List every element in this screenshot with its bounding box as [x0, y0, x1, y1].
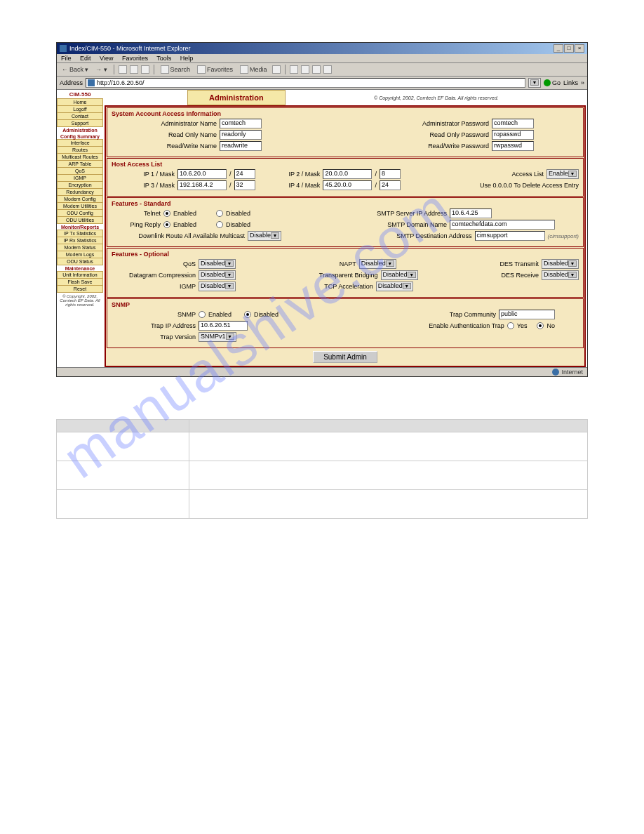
trap-comm-input[interactable]: public: [499, 310, 555, 319]
dc-label: Datagram Compression: [112, 272, 196, 279]
ro-pass-input[interactable]: ropasswd: [492, 130, 534, 140]
doc-table: [56, 419, 588, 519]
telnet-disabled-radio[interactable]: [216, 210, 223, 217]
sidebar-item-iprx[interactable]: IP Rx Statistics: [57, 237, 103, 244]
window-title: Index/CIM-550 - Microsoft Internet Explo…: [69, 45, 191, 52]
sidebar: CIM-550 Home Logoff Contact Support Admi…: [57, 90, 103, 367]
menu-help[interactable]: Help: [180, 55, 194, 62]
address-input[interactable]: http://10.6.20.50/: [86, 78, 525, 88]
ping-label: Ping Reply: [112, 221, 161, 228]
header-copyright: © Copyright, 2002, Comtech EF Data. All …: [286, 95, 587, 100]
igmp-select[interactable]: Disabled: [199, 282, 236, 291]
sidebar-item-unitinfo[interactable]: Unit Information: [57, 271, 103, 279]
sidebar-item-reset[interactable]: Reset: [57, 285, 103, 293]
links-label[interactable]: Links: [563, 79, 578, 86]
table-row: [57, 461, 588, 490]
rw-pass-input[interactable]: rwpasswd: [492, 141, 534, 151]
mask2-input[interactable]: 8: [380, 169, 401, 179]
tb-label: Transparent Bridging: [319, 272, 378, 279]
desrx-select[interactable]: Disabled: [542, 270, 579, 280]
minimize-button[interactable]: _: [554, 44, 563, 53]
telnet-enabled-radio[interactable]: [163, 210, 170, 217]
close-button[interactable]: ×: [575, 44, 584, 53]
status-zone: Internet: [561, 369, 583, 376]
downlink-label: Downlink Route All Available Multicast: [112, 232, 245, 239]
access-list-select[interactable]: Enable: [546, 169, 579, 179]
menu-view[interactable]: View: [100, 55, 113, 62]
sidebar-item-odustatus[interactable]: ODU Status: [57, 258, 103, 265]
mask4-input[interactable]: 24: [380, 180, 401, 190]
trap-comm-label: Trap Community: [450, 311, 496, 318]
ip3-label: IP 3 / Mask: [112, 182, 175, 189]
napt-select[interactable]: Disabled: [359, 259, 396, 269]
refresh-icon[interactable]: [130, 65, 138, 74]
smtp-dest-input[interactable]: cimsupport: [475, 231, 545, 241]
go-button[interactable]: Go: [544, 79, 561, 86]
favorites-button[interactable]: Favorites: [195, 65, 235, 74]
admin-pass-input[interactable]: comtech: [492, 119, 534, 128]
browser-window: Index/CIM-550 - Microsoft Internet Explo…: [56, 42, 588, 377]
submit-button[interactable]: Submit Admin: [313, 351, 377, 363]
smtp-server-label: SMTP Server IP Address: [377, 210, 447, 217]
maximize-button[interactable]: □: [564, 44, 574, 53]
optional-title: Features - Optional: [112, 251, 579, 258]
admin-name-input[interactable]: comtech: [220, 119, 262, 128]
menu-edit[interactable]: Edit: [80, 55, 91, 62]
ping-disabled-radio[interactable]: [216, 221, 223, 228]
tb-select[interactable]: Disabled: [381, 270, 418, 280]
sidebar-item-modemutil[interactable]: Modem Utilities: [57, 202, 103, 210]
history-icon[interactable]: [272, 65, 281, 74]
globe-icon: [552, 369, 559, 376]
section-optional: Features - Optional QoS Disabled NAPT Di…: [107, 248, 584, 298]
ro-name-input[interactable]: readonly: [220, 130, 262, 140]
tcp-select[interactable]: Disabled: [376, 282, 413, 291]
snmp-disabled-radio[interactable]: [244, 311, 251, 318]
sidebar-item-support[interactable]: Support: [57, 119, 103, 127]
auth-no-radio[interactable]: [537, 322, 544, 329]
menu-tools[interactable]: Tools: [156, 55, 171, 62]
mask3-input[interactable]: 32: [234, 180, 255, 190]
search-button[interactable]: Search: [159, 65, 193, 74]
rw-name-input[interactable]: readwrite: [220, 141, 262, 151]
smtp-server-input[interactable]: 10.6.4.25: [450, 208, 492, 218]
sidebar-item-oduutil[interactable]: ODU Utilities: [57, 216, 103, 224]
destx-select[interactable]: Disabled: [542, 259, 579, 269]
ping-enabled-radio[interactable]: [163, 221, 170, 228]
print-icon[interactable]: [301, 65, 309, 74]
trap-ip-input[interactable]: 10.6.20.51: [199, 321, 248, 331]
mail-icon[interactable]: [290, 65, 298, 74]
home-icon[interactable]: [141, 65, 149, 74]
media-button[interactable]: Media: [238, 65, 269, 74]
sidebar-cat-monitor[interactable]: Monitor/Reports: [57, 224, 103, 230]
qos-select[interactable]: Disabled: [199, 259, 236, 269]
back-button[interactable]: ← Back ▾: [60, 66, 90, 73]
sidebar-item-multicast[interactable]: Multicast Routes: [57, 153, 103, 161]
address-dropdown[interactable]: [528, 78, 541, 88]
downlink-select[interactable]: Disable: [248, 231, 281, 241]
trap-ver-select[interactable]: SNMPv1: [199, 332, 236, 342]
menu-favorites[interactable]: Favorites: [122, 55, 148, 62]
auth-yes-radio[interactable]: [507, 322, 514, 329]
menu-file[interactable]: File: [61, 55, 72, 62]
ip4-input[interactable]: 45.20.0.0: [323, 180, 372, 190]
snmp-enabled-radio[interactable]: [199, 311, 206, 318]
sidebar-cat-config[interactable]: Config Summary: [57, 133, 103, 140]
sidebar-copyright: © Copyright, 2002, Comtech EF Data. All …: [57, 293, 103, 308]
ip1-input[interactable]: 10.6.20.0: [177, 169, 227, 179]
ip3-input[interactable]: 192.168.4.2: [177, 180, 227, 190]
ip2-input[interactable]: 20.0.0.0: [323, 169, 372, 179]
forward-button[interactable]: → ▾: [93, 66, 109, 73]
destx-label: DES Transmit: [499, 260, 539, 267]
trap-ip-label: Trap IP Address: [112, 322, 196, 329]
sidebar-cat-admin[interactable]: Administration: [57, 127, 103, 133]
rw-name-label: Read/Write Name: [112, 143, 217, 150]
smtp-domain-input[interactable]: comtechefdata.com: [450, 220, 555, 230]
discuss-icon[interactable]: [323, 65, 332, 74]
section-account: System Account Access Information Admini…: [107, 107, 584, 157]
stop-icon[interactable]: [119, 65, 127, 74]
auth-label: Enable Authentication Trap: [429, 322, 504, 329]
dc-select[interactable]: Disabled: [199, 270, 236, 280]
edit-icon[interactable]: [312, 65, 321, 74]
mask1-input[interactable]: 24: [234, 169, 255, 179]
igmp-label: IGMP: [112, 283, 196, 290]
